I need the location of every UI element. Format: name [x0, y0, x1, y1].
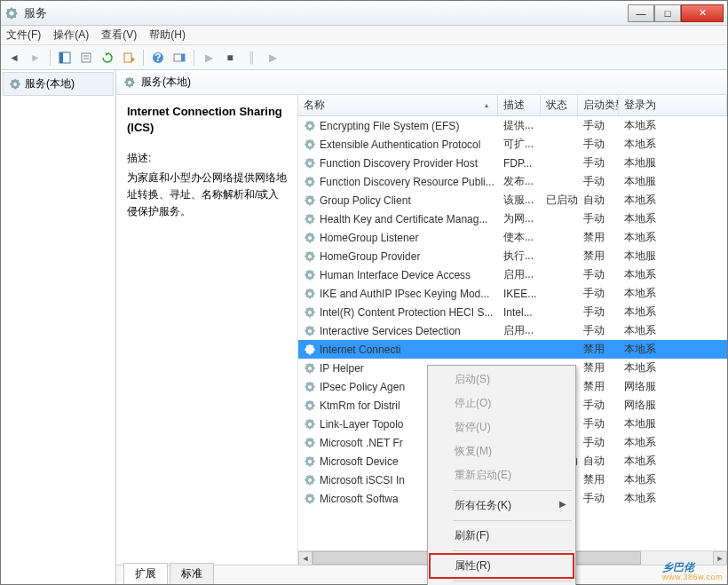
- cell-logon: 本地系: [619, 359, 727, 377]
- restart-button[interactable]: ▶: [263, 48, 282, 67]
- cell-start: 自动: [578, 191, 619, 209]
- back-button[interactable]: ◄: [4, 48, 24, 67]
- cell-logon: 本地服: [619, 415, 727, 433]
- table-row[interactable]: Group Policy Client该服...已启动自动本地系: [298, 191, 727, 209]
- table-row[interactable]: Health Key and Certificate Manag...为网...…: [298, 209, 727, 228]
- table-row[interactable]: HomeGroup Provider执行...禁用本地服: [298, 247, 727, 265]
- svg-point-53: [308, 441, 312, 445]
- maximize-button[interactable]: □: [654, 4, 681, 22]
- table-row[interactable]: Human Interface Device Access启用...手动本地系: [298, 265, 727, 284]
- menu-action[interactable]: 操作(A): [53, 28, 89, 43]
- properties-button[interactable]: [76, 48, 96, 67]
- cell-desc: [498, 348, 541, 352]
- view-tabs: 扩展 标准: [116, 565, 727, 584]
- svg-rect-13: [181, 54, 185, 61]
- show-hide-tree-button[interactable]: [55, 48, 75, 67]
- content-header: 服务(本地): [116, 70, 727, 95]
- content-header-text: 服务(本地): [141, 75, 191, 90]
- table-row[interactable]: Function Discovery Provider HostFDP...手动…: [298, 154, 727, 172]
- svg-point-17: [128, 81, 131, 84]
- svg-point-1: [10, 11, 14, 15]
- menu-file[interactable]: 文件(F): [6, 28, 41, 43]
- cell-name: Encrypting File System (EFS): [298, 118, 498, 134]
- svg-point-15: [13, 83, 17, 86]
- cell-logon: 本地系: [619, 303, 727, 321]
- table-row[interactable]: Extensible Authentication Protocol可扩...手…: [298, 135, 727, 154]
- cell-name: Intel(R) Content Protection HECI S...: [298, 304, 498, 320]
- column-logon[interactable]: 登录为: [619, 95, 727, 115]
- action-pane-button[interactable]: [170, 48, 189, 67]
- cell-name: Interactive Services Detection: [298, 323, 498, 339]
- svg-point-47: [308, 385, 312, 389]
- gear-icon: [123, 76, 136, 89]
- svg-marker-9: [131, 57, 135, 62]
- cell-start: 手动: [578, 396, 619, 415]
- context-menu-item[interactable]: 刷新(F): [430, 524, 574, 548]
- cell-state: [541, 255, 578, 258]
- cell-state: [541, 162, 578, 165]
- column-desc[interactable]: 描述: [498, 95, 541, 115]
- column-start[interactable]: 启动类型: [578, 95, 619, 115]
- table-row[interactable]: Intel(R) Content Protection HECI S...Int…: [298, 303, 727, 321]
- minimize-button[interactable]: —: [628, 4, 654, 22]
- svg-point-55: [308, 460, 312, 463]
- refresh-button[interactable]: [98, 48, 117, 67]
- cell-state: 已启动: [541, 191, 578, 209]
- cell-desc: 可扩...: [498, 135, 541, 154]
- cell-logon: 本地系: [619, 265, 727, 284]
- help-button[interactable]: ?: [148, 48, 168, 67]
- forward-button[interactable]: ►: [26, 48, 45, 67]
- separator: [453, 550, 572, 551]
- title-bar[interactable]: 服务 — □ ✕: [1, 1, 727, 26]
- context-menu-item[interactable]: 属性(R): [430, 554, 574, 578]
- separator: [453, 581, 572, 581]
- nav-services-local[interactable]: 服务(本地): [3, 72, 114, 96]
- context-menu-item: 重新启动(E): [430, 463, 574, 487]
- watermark-logo: 乡巴佬 www.386w.com: [662, 553, 723, 581]
- play-button[interactable]: ▶: [199, 48, 218, 67]
- cell-state: [541, 124, 578, 128]
- table-row[interactable]: Encrypting File System (EFS)提供...手动本地系: [298, 116, 727, 135]
- column-name[interactable]: 名称▴: [298, 95, 498, 115]
- cell-name: Function Discovery Provider Host: [298, 155, 498, 171]
- pause-button[interactable]: ║: [241, 48, 261, 67]
- table-row[interactable]: HomeGroup Listener使本...禁用本地系: [298, 228, 727, 247]
- svg-point-41: [308, 329, 312, 333]
- cell-state: [541, 348, 578, 352]
- tab-extended[interactable]: 扩展: [123, 563, 168, 584]
- cell-logon: 本地系: [619, 321, 727, 340]
- svg-point-19: [308, 124, 312, 128]
- context-menu-item[interactable]: 所有任务(K)▶: [430, 494, 574, 518]
- table-row[interactable]: Interactive Services Detection启用...手动本地系: [298, 321, 727, 340]
- cell-logon: 本地服: [619, 154, 727, 172]
- cell-desc: 启用...: [498, 265, 541, 284]
- cell-logon: 本地服: [619, 172, 727, 191]
- svg-rect-4: [82, 53, 91, 62]
- cell-name: Function Discovery Resource Publi...: [298, 174, 498, 190]
- svg-point-43: [308, 348, 312, 352]
- tab-standard[interactable]: 标准: [170, 563, 214, 584]
- list-header: 名称▴ 描述 状态 启动类型 登录为: [298, 95, 727, 116]
- stop-button[interactable]: ■: [220, 48, 240, 67]
- svg-point-59: [308, 497, 312, 501]
- sort-indicator-icon: ▴: [485, 101, 492, 109]
- nav-label: 服务(本地): [25, 76, 75, 91]
- services-window: 服务 — □ ✕ 文件(F) 操作(A) 查看(V) 帮助(H) ◄ ► ? ▶…: [0, 0, 728, 585]
- close-button[interactable]: ✕: [681, 4, 724, 22]
- svg-point-45: [308, 367, 312, 370]
- column-state[interactable]: 状态: [541, 95, 578, 115]
- table-row[interactable]: Function Discovery Resource Publi...发布..…: [298, 172, 727, 191]
- menu-view[interactable]: 查看(V): [101, 28, 137, 43]
- table-row[interactable]: Internet Connecti禁用本地系: [298, 340, 727, 359]
- export-list-button[interactable]: [119, 48, 138, 67]
- cell-name: HomeGroup Listener: [298, 230, 498, 246]
- cell-logon: 网络服: [619, 377, 727, 396]
- menu-help[interactable]: 帮助(H): [149, 28, 186, 43]
- svg-text:?: ?: [154, 51, 161, 64]
- cell-name: Human Interface Device Access: [298, 267, 498, 283]
- logo-text: 乡巴佬: [662, 561, 694, 573]
- scroll-left-button[interactable]: ◄: [298, 551, 313, 565]
- cell-start: 手动: [578, 154, 619, 172]
- separator: [453, 490, 572, 491]
- table-row[interactable]: IKE and AuthIP IPsec Keying Mod...IKEE..…: [298, 284, 727, 303]
